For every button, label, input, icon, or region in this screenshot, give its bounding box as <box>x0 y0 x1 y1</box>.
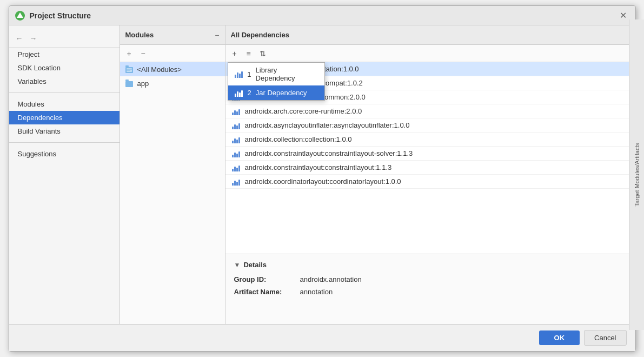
app-module-icon <box>125 79 134 88</box>
add-dependency-dropdown: 1 Library Dependency 2 Jar Dependency <box>228 62 325 101</box>
all-modules-icon <box>125 65 134 74</box>
dep-item-6[interactable]: androidx.constraintlayout:constraintlayo… <box>225 147 635 161</box>
modules-collapse-button[interactable]: − <box>215 31 219 39</box>
deps-panel: All Dependencies + ≡ ⇅ 1 Libra <box>225 25 635 324</box>
group-id-row: Group ID: androidx.annotation <box>234 275 627 283</box>
deps-move-button[interactable]: ⇅ <box>257 48 269 60</box>
modules-toolbar: + − <box>120 45 225 62</box>
footer: OK Cancel <box>9 324 635 351</box>
library-dep-icon <box>235 70 243 78</box>
sidebar-item-variables[interactable]: Variables <box>9 75 119 88</box>
group-id-value: androidx.annotation <box>300 275 362 283</box>
artifact-name-value: annotation <box>300 288 333 296</box>
svg-rect-7 <box>125 81 133 87</box>
target-modules-tab[interactable]: Target Modules/Artifacts <box>629 25 635 324</box>
dialog-title: Project Structure <box>30 11 91 20</box>
modules-add-button[interactable]: + <box>123 48 135 60</box>
app-icon <box>15 10 25 21</box>
dep-item-3[interactable]: androidx.arch.core:core-runtime:2.0.0 <box>225 104 635 118</box>
details-header[interactable]: ▼ Details <box>234 261 627 269</box>
sidebar-item-sdk-location[interactable]: SDK Location <box>9 61 119 75</box>
deps-panel-header: All Dependencies <box>225 25 635 45</box>
dep-item-8[interactable]: androidx.coordinatorlayout:coordinatorla… <box>225 175 635 189</box>
sidebar-item-modules[interactable]: Modules <box>9 97 119 111</box>
sidebar-item-suggestions[interactable]: Suggestions <box>9 147 119 161</box>
deps-header-label: All Dependencies <box>231 31 289 39</box>
group-id-label: Group ID: <box>234 275 294 283</box>
sidebar-item-build-variants[interactable]: Build Variants <box>9 124 119 138</box>
nav-arrows: ← → <box>9 30 119 48</box>
cancel-button[interactable]: Cancel <box>584 330 626 346</box>
dep-label-6: androidx.constraintlayout:constraintlayo… <box>245 149 413 157</box>
dep-bar-icon-5 <box>232 136 241 143</box>
library-dep-number: 1 <box>247 70 251 78</box>
sidebar-item-project[interactable]: Project <box>9 48 119 61</box>
dep-item-4[interactable]: androidx.asynclayoutinflater:asynclayout… <box>225 118 635 133</box>
dep-bar-icon-4 <box>232 122 241 129</box>
module-item-all-modules[interactable]: <All Modules> <box>120 62 225 76</box>
left-panel: ← → Project SDK Location Variables Modul… <box>9 25 120 324</box>
modules-header-label: Modules <box>125 31 154 39</box>
dep-item-7[interactable]: androidx.constraintlayout:constraintlayo… <box>225 161 635 175</box>
jar-dependency-option[interactable]: 2 Jar Dependency <box>228 85 324 100</box>
artifact-name-label: Artifact Name: <box>234 288 294 296</box>
dep-label-3: androidx.arch.core:core-runtime:2.0.0 <box>245 107 362 115</box>
deps-sort-button[interactable]: ≡ <box>243 48 255 60</box>
dep-label-8: androidx.coordinatorlayout:coordinatorla… <box>245 177 401 186</box>
module-item-app[interactable]: app <box>120 76 225 90</box>
svg-rect-8 <box>125 80 129 81</box>
dep-bar-icon-8 <box>232 178 241 186</box>
modules-panel: Modules − + − <All Modules> <box>120 25 225 324</box>
dep-label-7: androidx.constraintlayout:constraintlayo… <box>245 163 392 171</box>
library-dependency-option[interactable]: 1 Library Dependency <box>228 63 324 85</box>
jar-dep-label: Jar Dependency <box>256 89 307 97</box>
dep-bar-icon-3 <box>232 108 241 115</box>
dep-bar-icon-6 <box>232 150 241 157</box>
app-label: app <box>137 80 149 88</box>
ok-button[interactable]: OK <box>539 330 580 345</box>
deps-add-button[interactable]: + <box>229 48 241 60</box>
project-structure-dialog: Project Structure ✕ ← → Project SDK Loca… <box>9 5 636 352</box>
close-button[interactable]: ✕ <box>617 9 630 22</box>
library-dep-label: Library Dependency <box>256 66 318 82</box>
deps-wrapper: 1 Library Dependency 2 Jar Dependency <box>225 62 635 324</box>
main-content: ← → Project SDK Location Variables Modul… <box>9 25 635 324</box>
modules-remove-button[interactable]: − <box>137 48 149 60</box>
details-chevron-icon: ▼ <box>234 261 241 269</box>
forward-button[interactable]: → <box>28 33 39 44</box>
all-modules-label: <All Modules> <box>137 65 182 74</box>
nav-section: Project SDK Location Variables Modules D… <box>9 48 119 167</box>
title-bar: Project Structure ✕ <box>9 6 635 25</box>
dep-label-4: androidx.asynclayoutinflater:asynclayout… <box>245 121 410 129</box>
modules-panel-header: Modules − <box>120 25 225 45</box>
jar-dep-number: 2 <box>248 89 251 97</box>
deps-toolbar: + ≡ ⇅ <box>225 45 635 62</box>
details-section: ▼ Details Group ID: androidx.annotation … <box>225 254 635 324</box>
jar-dep-icon <box>235 89 243 97</box>
back-button[interactable]: ← <box>14 33 25 44</box>
artifact-name-row: Artifact Name: annotation <box>234 288 627 296</box>
svg-rect-3 <box>125 65 129 67</box>
dep-bar-icon-7 <box>232 164 241 171</box>
details-title: Details <box>243 261 267 269</box>
dep-item-5[interactable]: androidx.collection:collection:1.0.0 <box>225 133 635 147</box>
target-modules-label: Target Modules/Artifacts <box>634 143 635 207</box>
dep-label-5: androidx.collection:collection:1.0.0 <box>245 135 352 143</box>
sidebar-item-dependencies[interactable]: Dependencies <box>9 111 119 124</box>
